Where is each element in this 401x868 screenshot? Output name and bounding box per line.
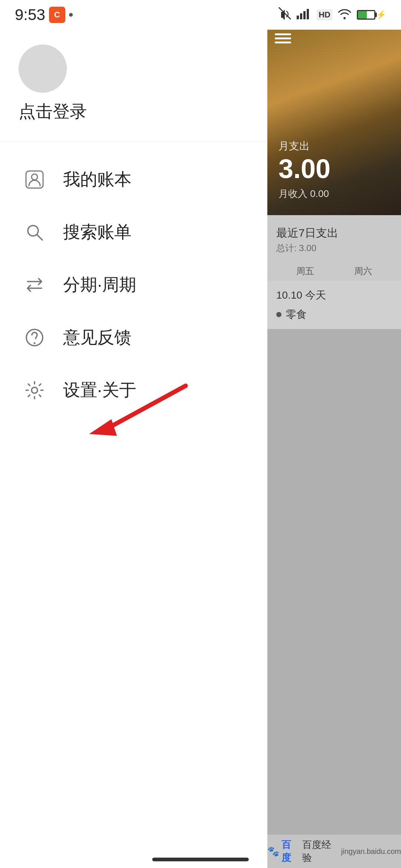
menu-list: 我的账本 搜索账单 xyxy=(0,142,267,428)
svg-rect-3 xyxy=(303,11,306,19)
drawer-content: 点击登录 我的账本 xyxy=(0,0,267,428)
baidu-paw-icon: 🐾 xyxy=(267,846,279,857)
menu-label-installment: 分期·周期 xyxy=(63,273,136,296)
week-labels: 周五 周六 xyxy=(276,265,392,281)
baidu-watermark: 🐾 百度 百度经验 jingyan.baidu.com xyxy=(267,835,401,868)
svg-point-11 xyxy=(32,387,38,393)
menu-item-my-account[interactable]: 我的账本 xyxy=(0,153,267,206)
menu-item-installment[interactable]: 分期·周期 xyxy=(0,259,267,311)
baidu-logo: 百度 xyxy=(281,838,300,864)
hamburger-menu[interactable] xyxy=(275,33,291,43)
exchange-icon xyxy=(22,273,47,297)
svg-line-8 xyxy=(37,234,42,240)
gear-icon xyxy=(22,378,47,402)
baidu-url: jingyan.baidu.com xyxy=(341,847,401,856)
main-top-area: 月支出 3.00 月收入 0.00 xyxy=(267,0,401,215)
today-section: 10.10 今天 零食 xyxy=(267,281,401,329)
menu-item-settings[interactable]: 设置·关于 xyxy=(0,364,267,417)
snack-label: 零食 xyxy=(286,308,307,322)
svg-point-10 xyxy=(34,342,36,344)
status-time: 9:53 xyxy=(15,6,45,24)
home-indicator xyxy=(152,858,249,861)
svg-rect-1 xyxy=(297,16,299,19)
monthly-income-amount: 0.00 xyxy=(310,188,329,199)
status-bar-right: HD ⚡ xyxy=(278,7,386,23)
battery-icon: ⚡ xyxy=(357,10,386,20)
avatar xyxy=(19,45,67,93)
mute-icon xyxy=(278,7,291,23)
week-label-sat: 周六 xyxy=(354,265,372,277)
menu-item-search-bill[interactable]: 搜索账单 xyxy=(0,206,267,259)
menu-label-feedback: 意见反馈 xyxy=(63,326,131,349)
person-icon xyxy=(22,167,47,192)
status-bar: 9:53 C HD xyxy=(0,0,401,30)
signal-icon xyxy=(297,8,312,22)
menu-label-search-bill: 搜索账单 xyxy=(63,221,131,244)
baidu-text: 百度经验 xyxy=(302,838,339,864)
hamburger-line-2 xyxy=(275,37,291,39)
main-panel: 月支出 3.00 月收入 0.00 最近7日支出 总计: 3.00 周五 周六 … xyxy=(267,0,401,868)
svg-rect-2 xyxy=(300,13,302,19)
today-item-snack: 零食 xyxy=(276,308,392,322)
notification-dot xyxy=(69,13,73,17)
menu-label-settings: 设置·关于 xyxy=(63,379,136,402)
monthly-income: 月收入 0.00 xyxy=(278,187,390,200)
today-date: 10.10 今天 xyxy=(276,288,392,302)
drawer-panel: 点击登录 我的账本 xyxy=(0,0,267,868)
app-icon: C xyxy=(49,7,65,23)
svg-rect-4 xyxy=(307,9,309,19)
bullet-dot xyxy=(276,312,281,317)
menu-item-feedback[interactable]: 意见反馈 xyxy=(0,311,267,364)
hamburger-line-1 xyxy=(275,33,291,35)
hamburger-line-3 xyxy=(275,42,291,43)
svg-point-6 xyxy=(32,174,38,180)
login-text[interactable]: 点击登录 xyxy=(19,100,87,123)
recent-section: 最近7日支出 总计: 3.00 周五 周六 xyxy=(267,215,401,281)
menu-label-my-account: 我的账本 xyxy=(63,168,131,191)
monthly-expense-label: 月支出 xyxy=(278,139,390,153)
help-icon xyxy=(22,325,47,350)
week-label-fri: 周五 xyxy=(296,265,314,277)
status-bar-left: 9:53 C xyxy=(15,6,73,24)
recent-title: 最近7日支出 xyxy=(276,226,392,241)
search-icon xyxy=(22,220,47,244)
monthly-income-label: 月收入 xyxy=(278,188,307,199)
recent-total: 总计: 3.00 xyxy=(276,242,392,254)
profile-area[interactable]: 点击登录 xyxy=(0,30,267,142)
hd-badge: HD xyxy=(317,9,332,20)
wifi-icon xyxy=(338,8,352,22)
monthly-expense-amount: 3.00 xyxy=(278,155,390,182)
